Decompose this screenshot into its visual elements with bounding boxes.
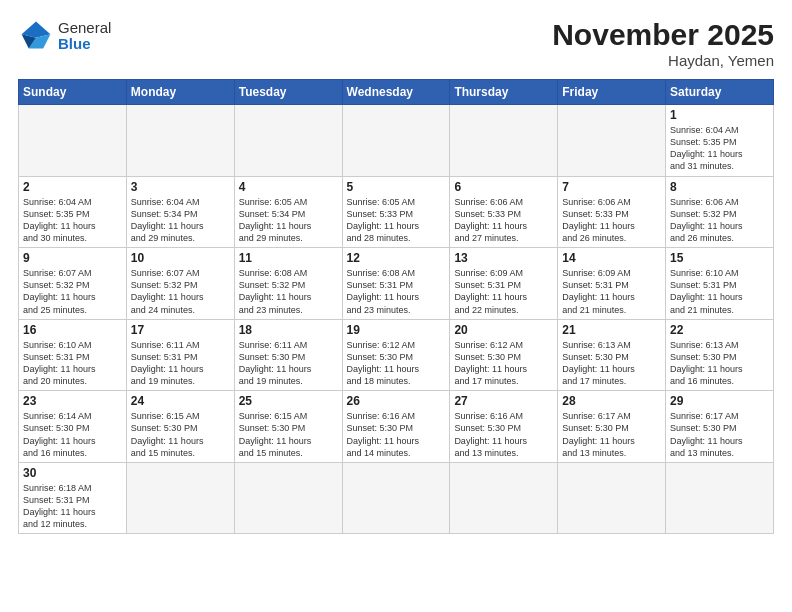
day-info: Sunrise: 6:12 AM Sunset: 5:30 PM Dayligh… (454, 339, 553, 388)
calendar-cell (342, 462, 450, 534)
day-number: 9 (23, 251, 122, 265)
title-block: November 2025 Haydan, Yemen (552, 18, 774, 69)
week-row-6: 30Sunrise: 6:18 AM Sunset: 5:31 PM Dayli… (19, 462, 774, 534)
week-row-5: 23Sunrise: 6:14 AM Sunset: 5:30 PM Dayli… (19, 391, 774, 463)
calendar-cell (450, 462, 558, 534)
calendar-cell: 3Sunrise: 6:04 AM Sunset: 5:34 PM Daylig… (126, 176, 234, 248)
day-number: 22 (670, 323, 769, 337)
calendar-cell (558, 462, 666, 534)
weekday-header-tuesday: Tuesday (234, 80, 342, 105)
calendar-cell: 20Sunrise: 6:12 AM Sunset: 5:30 PM Dayli… (450, 319, 558, 391)
day-info: Sunrise: 6:09 AM Sunset: 5:31 PM Dayligh… (454, 267, 553, 316)
day-number: 27 (454, 394, 553, 408)
day-number: 8 (670, 180, 769, 194)
calendar-table: SundayMondayTuesdayWednesdayThursdayFrid… (18, 79, 774, 534)
week-row-3: 9Sunrise: 6:07 AM Sunset: 5:32 PM Daylig… (19, 248, 774, 320)
calendar-cell: 13Sunrise: 6:09 AM Sunset: 5:31 PM Dayli… (450, 248, 558, 320)
calendar-cell: 21Sunrise: 6:13 AM Sunset: 5:30 PM Dayli… (558, 319, 666, 391)
calendar-cell: 9Sunrise: 6:07 AM Sunset: 5:32 PM Daylig… (19, 248, 127, 320)
day-info: Sunrise: 6:06 AM Sunset: 5:33 PM Dayligh… (562, 196, 661, 245)
calendar-cell (126, 462, 234, 534)
day-info: Sunrise: 6:18 AM Sunset: 5:31 PM Dayligh… (23, 482, 122, 531)
day-number: 12 (347, 251, 446, 265)
week-row-2: 2Sunrise: 6:04 AM Sunset: 5:35 PM Daylig… (19, 176, 774, 248)
day-info: Sunrise: 6:12 AM Sunset: 5:30 PM Dayligh… (347, 339, 446, 388)
day-number: 30 (23, 466, 122, 480)
day-number: 7 (562, 180, 661, 194)
day-number: 11 (239, 251, 338, 265)
weekday-header-saturday: Saturday (666, 80, 774, 105)
weekday-header-thursday: Thursday (450, 80, 558, 105)
day-info: Sunrise: 6:17 AM Sunset: 5:30 PM Dayligh… (562, 410, 661, 459)
calendar-cell: 17Sunrise: 6:11 AM Sunset: 5:31 PM Dayli… (126, 319, 234, 391)
calendar-cell: 19Sunrise: 6:12 AM Sunset: 5:30 PM Dayli… (342, 319, 450, 391)
logo: General Blue (18, 18, 111, 54)
day-info: Sunrise: 6:10 AM Sunset: 5:31 PM Dayligh… (23, 339, 122, 388)
day-info: Sunrise: 6:09 AM Sunset: 5:31 PM Dayligh… (562, 267, 661, 316)
day-number: 13 (454, 251, 553, 265)
weekday-header-sunday: Sunday (19, 80, 127, 105)
day-info: Sunrise: 6:05 AM Sunset: 5:34 PM Dayligh… (239, 196, 338, 245)
calendar-cell (450, 105, 558, 177)
calendar-cell (126, 105, 234, 177)
calendar-cell: 18Sunrise: 6:11 AM Sunset: 5:30 PM Dayli… (234, 319, 342, 391)
calendar-cell: 14Sunrise: 6:09 AM Sunset: 5:31 PM Dayli… (558, 248, 666, 320)
day-number: 25 (239, 394, 338, 408)
day-info: Sunrise: 6:06 AM Sunset: 5:33 PM Dayligh… (454, 196, 553, 245)
calendar-cell: 10Sunrise: 6:07 AM Sunset: 5:32 PM Dayli… (126, 248, 234, 320)
week-row-4: 16Sunrise: 6:10 AM Sunset: 5:31 PM Dayli… (19, 319, 774, 391)
day-info: Sunrise: 6:11 AM Sunset: 5:30 PM Dayligh… (239, 339, 338, 388)
calendar-cell (234, 105, 342, 177)
calendar-cell (234, 462, 342, 534)
day-info: Sunrise: 6:14 AM Sunset: 5:30 PM Dayligh… (23, 410, 122, 459)
calendar-cell: 5Sunrise: 6:05 AM Sunset: 5:33 PM Daylig… (342, 176, 450, 248)
day-info: Sunrise: 6:08 AM Sunset: 5:32 PM Dayligh… (239, 267, 338, 316)
day-number: 20 (454, 323, 553, 337)
month-title: November 2025 (552, 18, 774, 52)
calendar-cell: 30Sunrise: 6:18 AM Sunset: 5:31 PM Dayli… (19, 462, 127, 534)
day-info: Sunrise: 6:17 AM Sunset: 5:30 PM Dayligh… (670, 410, 769, 459)
location-title: Haydan, Yemen (552, 52, 774, 69)
calendar-cell: 24Sunrise: 6:15 AM Sunset: 5:30 PM Dayli… (126, 391, 234, 463)
calendar-cell (666, 462, 774, 534)
day-number: 26 (347, 394, 446, 408)
day-info: Sunrise: 6:15 AM Sunset: 5:30 PM Dayligh… (239, 410, 338, 459)
day-info: Sunrise: 6:16 AM Sunset: 5:30 PM Dayligh… (454, 410, 553, 459)
calendar-cell: 25Sunrise: 6:15 AM Sunset: 5:30 PM Dayli… (234, 391, 342, 463)
calendar-cell: 23Sunrise: 6:14 AM Sunset: 5:30 PM Dayli… (19, 391, 127, 463)
weekday-header-wednesday: Wednesday (342, 80, 450, 105)
day-number: 15 (670, 251, 769, 265)
calendar-cell: 7Sunrise: 6:06 AM Sunset: 5:33 PM Daylig… (558, 176, 666, 248)
calendar-cell: 27Sunrise: 6:16 AM Sunset: 5:30 PM Dayli… (450, 391, 558, 463)
day-number: 2 (23, 180, 122, 194)
week-row-1: 1Sunrise: 6:04 AM Sunset: 5:35 PM Daylig… (19, 105, 774, 177)
calendar-cell: 16Sunrise: 6:10 AM Sunset: 5:31 PM Dayli… (19, 319, 127, 391)
day-info: Sunrise: 6:13 AM Sunset: 5:30 PM Dayligh… (670, 339, 769, 388)
calendar-cell: 28Sunrise: 6:17 AM Sunset: 5:30 PM Dayli… (558, 391, 666, 463)
calendar-cell: 4Sunrise: 6:05 AM Sunset: 5:34 PM Daylig… (234, 176, 342, 248)
logo-text: General Blue (58, 20, 111, 53)
day-info: Sunrise: 6:13 AM Sunset: 5:30 PM Dayligh… (562, 339, 661, 388)
day-number: 24 (131, 394, 230, 408)
day-info: Sunrise: 6:04 AM Sunset: 5:34 PM Dayligh… (131, 196, 230, 245)
day-number: 10 (131, 251, 230, 265)
calendar-cell: 2Sunrise: 6:04 AM Sunset: 5:35 PM Daylig… (19, 176, 127, 248)
calendar-cell: 11Sunrise: 6:08 AM Sunset: 5:32 PM Dayli… (234, 248, 342, 320)
day-info: Sunrise: 6:07 AM Sunset: 5:32 PM Dayligh… (23, 267, 122, 316)
day-info: Sunrise: 6:10 AM Sunset: 5:31 PM Dayligh… (670, 267, 769, 316)
day-info: Sunrise: 6:11 AM Sunset: 5:31 PM Dayligh… (131, 339, 230, 388)
day-info: Sunrise: 6:08 AM Sunset: 5:31 PM Dayligh… (347, 267, 446, 316)
day-number: 23 (23, 394, 122, 408)
day-number: 1 (670, 108, 769, 122)
logo-blue: Blue (58, 36, 111, 53)
calendar-cell: 1Sunrise: 6:04 AM Sunset: 5:35 PM Daylig… (666, 105, 774, 177)
day-info: Sunrise: 6:15 AM Sunset: 5:30 PM Dayligh… (131, 410, 230, 459)
day-number: 29 (670, 394, 769, 408)
day-info: Sunrise: 6:07 AM Sunset: 5:32 PM Dayligh… (131, 267, 230, 316)
day-number: 28 (562, 394, 661, 408)
calendar-body: 1Sunrise: 6:04 AM Sunset: 5:35 PM Daylig… (19, 105, 774, 534)
weekday-header-monday: Monday (126, 80, 234, 105)
day-info: Sunrise: 6:04 AM Sunset: 5:35 PM Dayligh… (23, 196, 122, 245)
calendar-cell: 29Sunrise: 6:17 AM Sunset: 5:30 PM Dayli… (666, 391, 774, 463)
day-number: 14 (562, 251, 661, 265)
